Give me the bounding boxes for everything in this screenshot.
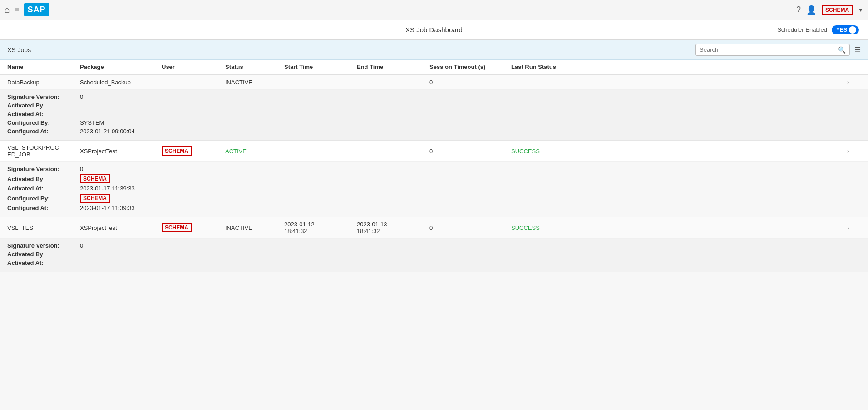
section-header: XS Jobs 🔍 ☰ xyxy=(0,40,868,60)
detail-row: Configured By: SYSTEM xyxy=(7,118,861,127)
detail-value: 0 xyxy=(80,93,83,100)
job-details: Signature Version: 0 Activated By: Activ… xyxy=(0,239,868,272)
detail-label: Activated By: xyxy=(7,176,80,182)
detail-label: Activated By: xyxy=(7,251,80,258)
nav-right: ? 👤 SCHEMA ▼ xyxy=(796,5,863,15)
help-icon[interactable]: ? xyxy=(796,5,801,15)
detail-label: Configured At: xyxy=(7,128,80,135)
job-end-time: 2023-01-13 18:41:32 xyxy=(357,221,429,234)
col-package: Package xyxy=(80,63,162,70)
detail-value: 2023-01-17 11:39:33 xyxy=(80,205,135,211)
page-title: XS Job Dashboard xyxy=(405,26,463,34)
activated-by-schema: SCHEMA xyxy=(80,174,110,183)
sub-header: XS Job Dashboard Scheduler Enabled YES xyxy=(0,20,868,40)
table-row[interactable]: VSL_STOCKPROC ED_JOB XSProjectTest SCHEM… xyxy=(0,141,868,162)
detail-row: Signature Version: 0 xyxy=(7,93,861,101)
detail-row: Activated By: xyxy=(7,250,861,259)
scheduler-toggle[interactable]: YES xyxy=(832,25,859,34)
detail-value: 0 xyxy=(80,166,83,172)
detail-row: Signature Version: 0 xyxy=(7,241,861,250)
detail-row: Activated At: xyxy=(7,110,861,118)
detail-value: 2023-01-21 09:00:04 xyxy=(80,128,135,135)
row-chevron[interactable]: › xyxy=(847,78,861,86)
job-start-time: 2023-01-12 18:41:32 xyxy=(284,221,357,234)
detail-label: Configured By: xyxy=(7,195,80,202)
col-last-run: Last Run Status xyxy=(511,63,847,70)
col-start-time: Start Time xyxy=(284,63,357,70)
search-container: 🔍 xyxy=(695,44,850,56)
top-navigation: ⌂ ≡ SAP ? 👤 SCHEMA ▼ xyxy=(0,0,868,20)
job-package: Scheduled_Backup xyxy=(80,79,162,86)
scheduler-section: Scheduler Enabled YES xyxy=(777,25,859,34)
detail-row: Activated By: SCHEMA xyxy=(7,173,861,184)
toggle-yes-text: YES xyxy=(836,27,847,33)
col-status: Status xyxy=(225,63,284,70)
job-details: Signature Version: 0 Activated By: SCHEM… xyxy=(0,162,868,217)
job-session-timeout: 0 xyxy=(429,148,511,155)
search-icon[interactable]: 🔍 xyxy=(838,46,846,54)
jobs-table: Name Package User Status Start Time End … xyxy=(0,60,868,272)
job-status: INACTIVE xyxy=(225,79,284,86)
detail-row: Activated By: xyxy=(7,101,861,110)
schema-badge[interactable]: SCHEMA xyxy=(822,5,853,15)
job-package: XSProjectTest xyxy=(80,148,162,155)
detail-row: Configured At: 2023-01-21 09:00:04 xyxy=(7,127,861,136)
detail-value: 2023-01-17 11:39:33 xyxy=(80,185,135,192)
job-last-run: SUCCESS xyxy=(511,148,847,155)
detail-label: Configured At: xyxy=(7,205,80,211)
row-chevron[interactable]: › xyxy=(847,147,861,155)
search-input[interactable] xyxy=(700,46,838,53)
job-session-timeout: 0 xyxy=(429,225,511,231)
job-row-vsl-stock: VSL_STOCKPROC ED_JOB XSProjectTest SCHEM… xyxy=(0,141,868,217)
table-header: Name Package User Status Start Time End … xyxy=(0,60,868,75)
job-row-databackup: DataBackup Scheduled_Backup INACTIVE 0 ›… xyxy=(0,75,868,141)
scheduler-label: Scheduler Enabled xyxy=(777,26,827,33)
table-row[interactable]: DataBackup Scheduled_Backup INACTIVE 0 › xyxy=(0,75,868,90)
job-name: VSL_TEST xyxy=(7,225,80,231)
job-name: DataBackup xyxy=(7,79,80,86)
nav-left: ⌂ ≡ SAP xyxy=(5,3,49,16)
job-last-run: SUCCESS xyxy=(511,225,847,231)
col-user: User xyxy=(162,63,225,70)
col-end-time: End Time xyxy=(357,63,429,70)
detail-row: Activated At: xyxy=(7,259,861,267)
detail-row: Configured At: 2023-01-17 11:39:33 xyxy=(7,204,861,212)
job-user: SCHEMA xyxy=(162,146,225,156)
detail-value: SYSTEM xyxy=(80,119,104,126)
sap-logo-text: SAP xyxy=(28,5,46,15)
user-schema-badge: SCHEMA xyxy=(162,223,192,232)
detail-label: Signature Version: xyxy=(7,166,80,172)
job-package: XSProjectTest xyxy=(80,225,162,231)
job-details: Signature Version: 0 Activated By: Activ… xyxy=(0,90,868,141)
detail-label: Signature Version: xyxy=(7,242,80,249)
user-icon[interactable]: 👤 xyxy=(806,5,816,15)
hamburger-icon[interactable]: ≡ xyxy=(15,5,20,15)
detail-row: Signature Version: 0 xyxy=(7,165,861,173)
detail-value: 0 xyxy=(80,242,83,249)
col-chevron xyxy=(847,63,861,70)
table-row[interactable]: VSL_TEST XSProjectTest SCHEMA INACTIVE 2… xyxy=(0,217,868,239)
user-schema-badge: SCHEMA xyxy=(162,146,192,156)
detail-label: Activated At: xyxy=(7,111,80,117)
detail-row: Configured By: SCHEMA xyxy=(7,193,861,204)
job-session-timeout: 0 xyxy=(429,79,511,86)
toggle-circle xyxy=(849,26,856,34)
settings-list-icon[interactable]: ☰ xyxy=(854,45,861,54)
detail-row: Activated At: 2023-01-17 11:39:33 xyxy=(7,184,861,193)
detail-label: Configured By: xyxy=(7,119,80,126)
configured-by-schema: SCHEMA xyxy=(80,194,110,203)
job-row-vsl-test: VSL_TEST XSProjectTest SCHEMA INACTIVE 2… xyxy=(0,217,868,272)
row-chevron[interactable]: › xyxy=(847,224,861,231)
sap-logo: SAP xyxy=(24,3,49,16)
section-title: XS Jobs xyxy=(7,46,695,54)
job-status: INACTIVE xyxy=(225,225,284,231)
schema-dropdown-arrow[interactable]: ▼ xyxy=(858,7,863,13)
detail-label: Activated By: xyxy=(7,102,80,109)
job-name: VSL_STOCKPROC ED_JOB xyxy=(7,144,80,158)
job-user: SCHEMA xyxy=(162,223,225,232)
col-name: Name xyxy=(7,63,80,70)
detail-label: Activated At: xyxy=(7,185,80,192)
detail-label: Activated At: xyxy=(7,259,80,266)
home-icon[interactable]: ⌂ xyxy=(5,5,10,15)
detail-label: Signature Version: xyxy=(7,93,80,100)
